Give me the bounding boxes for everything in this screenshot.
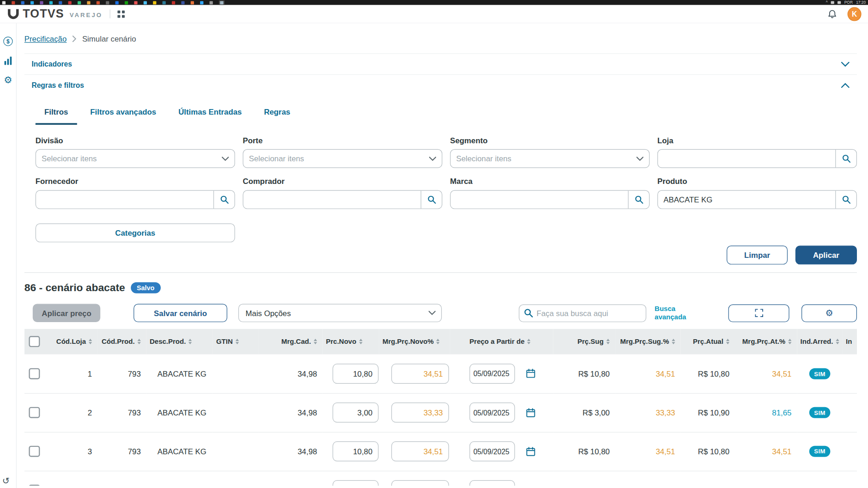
sort-icon[interactable] <box>359 339 362 344</box>
taskbar-app-icon[interactable] <box>30 1 34 4</box>
loja-input[interactable] <box>658 154 835 163</box>
column-header-mrg-prc-at[interactable]: Mrg.Prç.At.% <box>735 329 797 354</box>
totvs-logo[interactable]: TOTVS VAREJO <box>6 7 103 21</box>
column-header-mrg-prc-sug[interactable]: Mrg.Prç.Sug.% <box>615 329 681 354</box>
taskbar-app-icon[interactable] <box>134 1 137 4</box>
sort-icon[interactable] <box>89 339 92 344</box>
busca-avancada-link[interactable]: Busca avançada <box>655 305 686 321</box>
sort-icon[interactable] <box>726 339 729 344</box>
column-header-cod-prod[interactable]: Cód.Prod. <box>97 329 146 354</box>
chevron-up-icon[interactable] <box>841 82 850 88</box>
tab-ultimas-entradas[interactable]: Últimas Entradas <box>170 102 251 125</box>
sort-icon[interactable] <box>236 339 239 344</box>
taskbar-app-icon[interactable] <box>68 1 72 4</box>
calendar-icon[interactable] <box>526 446 535 456</box>
history-icon[interactable]: ↺ <box>2 477 10 486</box>
divisao-select[interactable]: Selecionar itens <box>36 149 235 168</box>
calendar-icon[interactable] <box>526 369 535 378</box>
row-checkbox[interactable] <box>29 446 40 457</box>
column-header-cod-loja[interactable]: Cód.Loja <box>44 329 97 354</box>
section-indicadores[interactable]: Indicadores <box>24 53 857 74</box>
comprador-input[interactable] <box>243 195 421 204</box>
breadcrumb-parent-link[interactable]: Precificação <box>24 34 67 43</box>
pricing-module-icon[interactable]: $ <box>2 36 13 47</box>
column-header-prc-atual[interactable]: Prç.Atual <box>680 329 735 354</box>
taskbar-app-icon[interactable] <box>106 1 109 4</box>
sort-icon[interactable] <box>672 339 675 344</box>
mrg-novo-input[interactable] <box>391 441 449 461</box>
sort-icon[interactable] <box>607 339 610 344</box>
taskbar-app-icon[interactable] <box>59 1 62 4</box>
system-tray[interactable]: ^ POR 17:20 <box>826 0 866 5</box>
tray-volume-icon[interactable] <box>838 1 841 4</box>
indicators-chart-icon[interactable] <box>2 55 13 66</box>
chevron-down-icon[interactable] <box>841 61 850 67</box>
column-header-prc-novo[interactable]: Prc.Novo <box>322 329 379 354</box>
taskbar-app-icon[interactable] <box>40 1 43 4</box>
table-search-input[interactable] <box>536 309 641 317</box>
aplicar-button[interactable]: Aplicar <box>795 246 857 265</box>
mais-opcoes-select[interactable]: Mais Opções <box>238 304 442 323</box>
select-all-checkbox[interactable] <box>29 336 40 347</box>
taskbar-app-icon[interactable] <box>210 1 213 4</box>
taskbar-active-app-icon[interactable] <box>219 0 225 5</box>
search-icon[interactable] <box>421 191 442 208</box>
search-icon[interactable] <box>835 150 856 167</box>
app-grid-icon[interactable] <box>117 10 125 18</box>
taskbar-app-icon[interactable] <box>125 1 128 4</box>
fornecedor-input[interactable] <box>36 195 213 204</box>
sort-icon[interactable] <box>314 339 317 344</box>
sort-icon[interactable] <box>437 339 440 344</box>
aplicar-preco-button[interactable]: Aplicar preço <box>33 304 100 323</box>
sort-icon[interactable] <box>836 339 839 344</box>
preco-a-partir-input[interactable] <box>469 441 515 461</box>
tray-clock[interactable]: 17:20 <box>856 0 866 5</box>
tab-filtros-avancados[interactable]: Filtros avançados <box>81 102 165 125</box>
column-header-ind-arred[interactable]: Ind.Arred. <box>797 329 842 354</box>
taskbar-app-icon[interactable] <box>191 1 194 4</box>
row-checkbox[interactable] <box>29 368 40 379</box>
search-icon[interactable] <box>835 191 856 208</box>
sort-icon[interactable] <box>788 339 791 344</box>
preco-a-partir-input[interactable] <box>469 403 515 422</box>
column-header-gtin[interactable]: GTIN <box>213 329 258 354</box>
preco-a-partir-input[interactable] <box>469 480 515 486</box>
taskbar-app-icon[interactable] <box>200 1 203 4</box>
mrg-novo-input[interactable] <box>391 480 449 486</box>
prc-novo-input[interactable] <box>333 403 379 422</box>
tray-chevron-icon[interactable]: ^ <box>826 0 828 5</box>
notifications-bell-icon[interactable] <box>827 9 838 19</box>
taskbar-app-icon[interactable] <box>144 1 147 4</box>
expand-table-button[interactable] <box>728 304 789 322</box>
taskbar-app-icon[interactable] <box>181 1 184 4</box>
salvar-cenario-button[interactable]: Salvar cenário <box>134 304 227 323</box>
preco-a-partir-input[interactable] <box>469 364 515 384</box>
column-header-mrg-cad[interactable]: Mrg.Cad. <box>258 329 322 354</box>
taskbar-app-icon[interactable] <box>2 1 6 4</box>
marca-input[interactable] <box>450 195 628 204</box>
prc-novo-input[interactable] <box>333 364 379 384</box>
calendar-icon[interactable] <box>526 408 535 417</box>
prc-novo-input[interactable] <box>333 441 379 461</box>
search-icon[interactable] <box>628 191 649 208</box>
settings-gear-icon[interactable]: ⚙ <box>2 74 13 85</box>
mrg-novo-input[interactable] <box>391 403 449 422</box>
tray-language[interactable]: POR <box>844 0 853 5</box>
categorias-button[interactable]: Categorias <box>36 224 235 243</box>
taskbar-app-icon[interactable] <box>49 1 53 4</box>
search-icon[interactable] <box>213 191 235 208</box>
porte-select[interactable]: Selecionar itens <box>243 149 443 168</box>
section-regras-filtros[interactable]: Regras e filtros <box>24 74 857 96</box>
produto-input[interactable] <box>658 195 835 204</box>
segmento-select[interactable]: Selecionar itens <box>450 149 649 168</box>
prc-novo-input[interactable] <box>333 480 379 486</box>
taskbar-app-icon[interactable] <box>153 1 156 4</box>
user-avatar[interactable]: K <box>848 7 862 21</box>
column-header-desc-prod[interactable]: Desc.Prod. <box>146 329 213 354</box>
column-header-prc-sug[interactable]: Prç.Sug <box>553 329 615 354</box>
table-settings-button[interactable]: ⚙ <box>801 304 857 322</box>
column-header-mrg-prc-novo[interactable]: Mrg.Prç.Novo% <box>379 329 450 354</box>
taskbar-app-icon[interactable] <box>78 1 81 4</box>
column-header-preco-a-partir[interactable]: Preço a Partir de <box>450 329 553 354</box>
sort-icon[interactable] <box>528 339 531 344</box>
